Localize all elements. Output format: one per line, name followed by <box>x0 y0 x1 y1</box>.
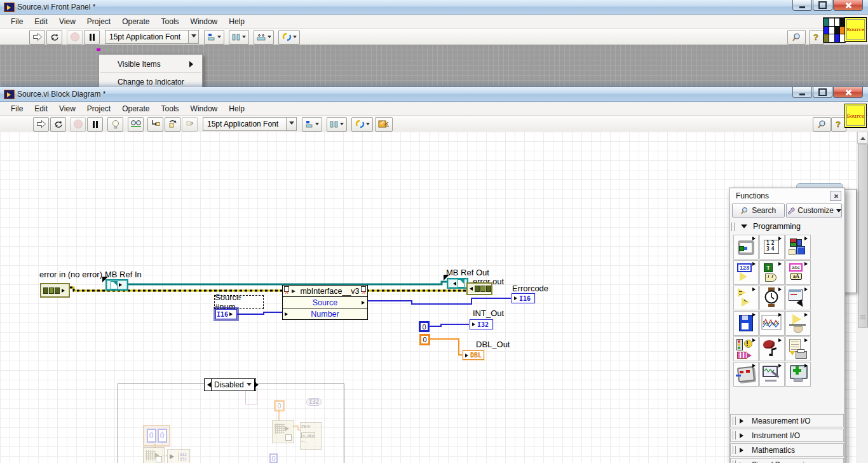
highlight-execution-button[interactable] <box>107 117 123 132</box>
invoke-node-mbinterface[interactable]: ?! mbInterface__v3 ?! Source Number <box>282 285 368 320</box>
menu-help[interactable]: Help <box>223 104 250 113</box>
distribute-objects-dropdown[interactable] <box>327 117 347 132</box>
palette-customize-button[interactable]: Customize <box>786 204 842 218</box>
dbl-out-label[interactable]: DBL_Out <box>476 340 510 349</box>
palette-icon-report-generation[interactable] <box>785 336 811 361</box>
selector-next-icon[interactable] <box>254 379 261 390</box>
menu-operate[interactable]: Operate <box>116 17 155 26</box>
menu-project[interactable]: Project <box>81 104 116 113</box>
reorder-dropdown[interactable] <box>351 117 373 132</box>
menu-edit[interactable]: Edit <box>29 17 53 26</box>
palette-icon-help-monitor[interactable] <box>785 362 811 387</box>
abort-button[interactable] <box>67 30 83 45</box>
menu-edit[interactable]: Edit <box>29 104 53 113</box>
palette-icon-waveform[interactable] <box>759 311 785 336</box>
scroll-up-button[interactable] <box>857 132 868 144</box>
palette-close-icon[interactable] <box>830 191 841 201</box>
menu-help[interactable]: Help <box>223 17 250 26</box>
font-selector-arrow[interactable] <box>287 117 297 131</box>
minimize-button[interactable] <box>792 0 812 11</box>
close-button[interactable] <box>833 87 863 98</box>
palette-icon-string[interactable]: abc aA <box>785 260 811 285</box>
error-out-indicator[interactable] <box>466 282 492 295</box>
close-button[interactable] <box>833 0 863 11</box>
search-button[interactable] <box>813 117 831 132</box>
palette-icon-numeric[interactable]: 123 <box>733 260 759 285</box>
vi-icon-source[interactable]: Source <box>844 17 867 42</box>
palette-category-measurement-io[interactable]: Measurement I/O <box>730 414 844 427</box>
diagram-disable-structure[interactable]: Disabled 0 I32 0 0 I32 I32 <box>118 384 344 463</box>
palette-icon-comparison[interactable] <box>733 286 759 310</box>
palette-search-button[interactable]: Search <box>732 204 785 218</box>
palette-category-signal-processing[interactable]: Signal Processing <box>730 458 844 463</box>
palette-icon-array[interactable]: 12 34 <box>759 235 785 259</box>
menu-tools[interactable]: Tools <box>156 104 185 113</box>
context-menu-item-visible-items[interactable]: Visible Items <box>99 57 202 71</box>
menu-file[interactable]: File <box>5 104 29 113</box>
disabled-subvi-1[interactable] <box>143 447 165 463</box>
abort-button[interactable] <box>70 117 86 132</box>
align-objects-dropdown[interactable] <box>204 30 224 45</box>
errorcode-label[interactable]: Errorcode <box>512 284 548 293</box>
disabled-blue-constant[interactable]: 0 <box>269 453 278 463</box>
dbl-constant[interactable]: 0 <box>419 334 430 345</box>
disabled-orange-constant[interactable]: 0 <box>274 400 285 411</box>
palette-category-mathematics[interactable]: Mathematics <box>730 443 844 457</box>
maximize-button[interactable] <box>813 0 832 11</box>
palette-icon-file-io[interactable] <box>733 311 759 336</box>
menu-view[interactable]: View <box>53 104 81 113</box>
menu-project[interactable]: Project <box>81 17 116 26</box>
menu-window[interactable]: Window <box>185 17 224 26</box>
mb-ref-in-control[interactable] <box>105 279 128 291</box>
source-num-label[interactable]: Source #num <box>214 295 264 309</box>
connector-pane-icon[interactable] <box>823 17 846 43</box>
palette-icon-application-control[interactable] <box>785 311 811 336</box>
distribute-objects-dropdown[interactable] <box>229 30 249 45</box>
cleanup-diagram-button[interactable] <box>375 117 393 132</box>
run-button[interactable] <box>29 30 45 45</box>
palette-icon-structures[interactable] <box>733 235 759 259</box>
disable-structure-selector[interactable]: Disabled <box>204 378 256 391</box>
source-num-control[interactable]: I16 <box>215 309 237 319</box>
context-help-button[interactable]: ? <box>809 30 824 45</box>
pause-button[interactable] <box>87 117 103 132</box>
disabled-subvi-2[interactable] <box>272 420 294 443</box>
menu-window[interactable]: Window <box>185 104 224 113</box>
font-selector-arrow[interactable] <box>189 30 199 44</box>
functions-palette-titlebar[interactable]: Functions <box>729 188 844 204</box>
palette-icon-robot[interactable] <box>733 362 759 387</box>
align-objects-dropdown[interactable] <box>302 117 322 132</box>
step-out-button[interactable] <box>182 117 198 132</box>
mb-ref-out-label[interactable]: MB Ref Out <box>446 268 489 277</box>
int-constant[interactable]: 0 <box>419 321 430 332</box>
retain-wire-values-button[interactable] <box>128 117 144 132</box>
invoke-row-number[interactable]: Number <box>283 308 367 319</box>
palette-icon-synchronization[interactable] <box>733 336 759 361</box>
drag-handle-icon[interactable] <box>731 223 735 231</box>
context-menu-item-change-to-indicator[interactable]: Change to Indicator <box>99 75 202 87</box>
search-button[interactable] <box>787 30 806 45</box>
resize-objects-dropdown[interactable] <box>254 30 274 45</box>
palette-icon-boolean[interactable]: T <box>759 260 785 285</box>
run-continuously-button[interactable] <box>50 117 66 132</box>
error-in-control[interactable] <box>40 283 70 298</box>
menu-view[interactable]: View <box>53 17 81 26</box>
pause-button[interactable] <box>84 30 100 45</box>
run-continuously-button[interactable] <box>46 30 62 45</box>
font-selector[interactable]: 15pt Application Font <box>105 30 189 44</box>
int-out-label[interactable]: INT_Out <box>473 308 504 318</box>
palette-icon-timing[interactable] <box>759 286 785 310</box>
palette-icon-dialog-user-interface[interactable] <box>785 286 811 310</box>
int-out-indicator[interactable]: I32 <box>470 319 493 329</box>
palette-section-programming[interactable]: Programming <box>729 219 844 233</box>
palette-icon-probe-monitor[interactable] <box>759 362 785 387</box>
mb-ref-out-indicator[interactable] <box>447 278 468 289</box>
palette-icon-cluster-class-variant[interactable] <box>785 235 811 259</box>
step-into-button[interactable] <box>147 117 163 132</box>
palette-icon-graphics-sound[interactable] <box>759 336 785 361</box>
run-button[interactable] <box>33 117 49 132</box>
step-over-button[interactable] <box>165 117 180 132</box>
minimize-button[interactable] <box>792 87 812 98</box>
error-in-label[interactable]: error in (no error) <box>39 270 102 279</box>
errorcode-indicator[interactable]: I16 <box>512 293 535 303</box>
